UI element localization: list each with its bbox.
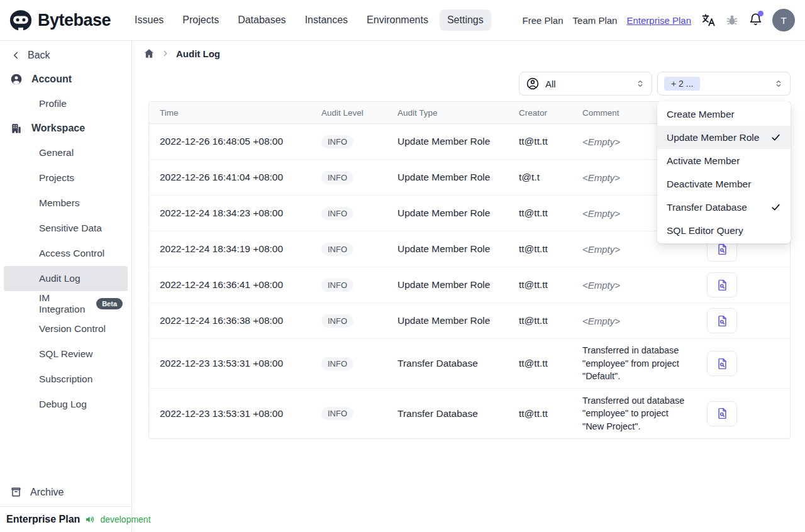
sidebar-item-members[interactable]: Members: [4, 191, 128, 216]
cell-time: 2022-12-26 16:48:05 +08:00: [149, 136, 321, 147]
check-icon: [770, 202, 781, 213]
sidebar-footer: Enterprise Plan development: [0, 506, 131, 532]
nav-item-settings[interactable]: Settings: [440, 9, 491, 31]
sidebar-item-label: Profile: [39, 98, 67, 109]
view-detail-button[interactable]: [707, 308, 737, 333]
nav-item-databases[interactable]: Databases: [230, 9, 294, 31]
sidebar-item-label: IM Integration: [39, 292, 92, 315]
free-plan-link[interactable]: Free Plan: [523, 15, 564, 26]
translate-icon[interactable]: [701, 13, 716, 28]
sidebar-item-access-control[interactable]: Access Control: [4, 241, 128, 266]
sidebar-item-subscription[interactable]: Subscription: [4, 367, 128, 392]
cell-creator: tt@tt.tt: [519, 279, 582, 291]
cell-audit-level: INFO: [321, 171, 397, 184]
menu-item-transfer-database[interactable]: Transfer Database: [657, 196, 791, 219]
view-detail-button[interactable]: [707, 351, 737, 376]
back-label: Back: [28, 50, 50, 61]
filter-bar: All + 2 ...: [132, 72, 791, 96]
cell-creator: t@t.t: [519, 172, 582, 183]
sidebar-item-label: Version Control: [39, 323, 106, 335]
sidebar-section-account: Account: [0, 67, 131, 91]
audit-type-dropdown-menu: Create MemberUpdate Member RoleActivate …: [657, 101, 791, 243]
bytebase-logo-icon: [9, 9, 33, 31]
sidebar-item-label: Access Control: [39, 248, 104, 259]
cell-comment: <Empty>: [582, 280, 696, 291]
cell-audit-type: Update Member Role: [397, 243, 519, 255]
cell-creator: tt@tt.tt: [519, 243, 582, 255]
sidebar-item-label: Projects: [39, 172, 74, 184]
settings-sidebar: Back AccountProfileWorkspaceGeneralProje…: [0, 41, 132, 532]
sidebar-section-workspace: Workspace: [0, 116, 131, 140]
sidebar-item-sensitive-data[interactable]: Sensitive Data: [4, 216, 128, 241]
menu-item-update-member-role[interactable]: Update Member Role: [657, 126, 791, 149]
menu-item-activate-member[interactable]: Activate Member: [657, 149, 791, 172]
cell-audit-type: Update Member Role: [397, 136, 519, 147]
current-plan-label: Enterprise Plan: [6, 514, 80, 525]
view-detail-button[interactable]: [707, 401, 737, 426]
cell-creator: tt@tt.tt: [519, 208, 582, 219]
enterprise-plan-link[interactable]: Enterprise Plan: [626, 15, 691, 26]
audit-level-badge: INFO: [321, 357, 353, 370]
bug-report-icon[interactable]: [725, 13, 739, 27]
home-icon[interactable]: [143, 48, 155, 59]
table-row: 2022-12-24 16:36:41 +08:00INFOUpdate Mem…: [149, 267, 790, 303]
table-row: 2022-12-23 13:53:31 +08:00INFOTransfer D…: [149, 339, 790, 389]
cell-audit-level: INFO: [321, 243, 397, 256]
avatar[interactable]: T: [772, 9, 795, 31]
cell-audit-type: Update Member Role: [397, 172, 519, 183]
audit-level-badge: INFO: [321, 171, 353, 184]
sidebar-item-im-integration[interactable]: IM IntegrationBeta: [4, 291, 128, 316]
view-detail-button[interactable]: [707, 272, 737, 297]
cell-audit-level: INFO: [321, 314, 397, 328]
nav-item-issues[interactable]: Issues: [127, 9, 171, 31]
cell-audit-level: INFO: [321, 207, 397, 220]
nav-item-environments[interactable]: Environments: [359, 9, 436, 31]
file-search-icon: [716, 243, 729, 256]
notifications-button[interactable]: [748, 12, 763, 29]
team-plan-link[interactable]: Team Plan: [573, 15, 618, 26]
cell-audit-type: Update Member Role: [397, 208, 519, 219]
audit-type-filter-chip: + 2 ...: [664, 77, 700, 91]
check-icon: [770, 132, 781, 143]
brand-wordmark: Bytebase: [38, 11, 111, 30]
bytebase-logo[interactable]: Bytebase: [9, 9, 111, 31]
sidebar-item-profile[interactable]: Profile: [4, 91, 128, 116]
chevron-right-icon: [161, 49, 170, 58]
sidebar-sections: AccountProfileWorkspaceGeneralProjectsMe…: [0, 67, 131, 417]
menu-item-label: Deactivate Member: [667, 179, 751, 190]
menu-item-sql-editor-query[interactable]: SQL Editor Query: [657, 219, 791, 242]
sidebar-item-debug-log[interactable]: Debug Log: [4, 392, 128, 417]
cell-audit-type: Update Member Role: [397, 315, 519, 326]
breadcrumb: Audit Log: [143, 47, 805, 60]
cell-comment: Transferred out database "employee" to p…: [582, 389, 696, 438]
cell-creator: tt@tt.tt: [519, 408, 582, 419]
nav-item-instances[interactable]: Instances: [297, 9, 355, 31]
notification-dot: [758, 11, 763, 16]
sidebar-section-label: Account: [31, 74, 72, 85]
nav-item-projects[interactable]: Projects: [175, 9, 226, 31]
speaker-icon[interactable]: [84, 514, 96, 525]
cell-audit-level: INFO: [321, 357, 397, 370]
sidebar-item-archive[interactable]: Archive: [0, 479, 131, 506]
file-search-icon: [716, 314, 729, 328]
audit-level-badge: INFO: [321, 207, 353, 220]
sidebar-spacer: [0, 417, 131, 479]
person-circle-icon: [526, 77, 540, 91]
cell-actions: [696, 303, 790, 338]
sidebar-item-label: Debug Log: [39, 399, 87, 410]
creator-filter-select[interactable]: All: [519, 72, 652, 96]
menu-item-create-member[interactable]: Create Member: [657, 103, 791, 126]
updown-chevron-icon: [635, 79, 645, 89]
sidebar-item-version-control[interactable]: Version Control: [4, 316, 128, 341]
sidebar-item-label: Sensitive Data: [39, 223, 102, 234]
sidebar-item-projects[interactable]: Projects: [4, 165, 128, 191]
audit-type-filter-select[interactable]: + 2 ...: [657, 72, 791, 96]
menu-item-deactivate-member[interactable]: Deactivate Member: [657, 172, 791, 196]
sidebar-item-general[interactable]: General: [4, 140, 128, 165]
sidebar-item-sql-review[interactable]: SQL Review: [4, 341, 128, 367]
sidebar-item-audit-log[interactable]: Audit Log: [4, 266, 128, 291]
table-row: 2022-12-23 13:53:31 +08:00INFOTransfer D…: [149, 389, 790, 438]
column-header-audit-type: Audit Type: [397, 108, 519, 118]
sidebar-item-label: Audit Log: [39, 273, 80, 284]
back-button[interactable]: Back: [0, 42, 131, 67]
